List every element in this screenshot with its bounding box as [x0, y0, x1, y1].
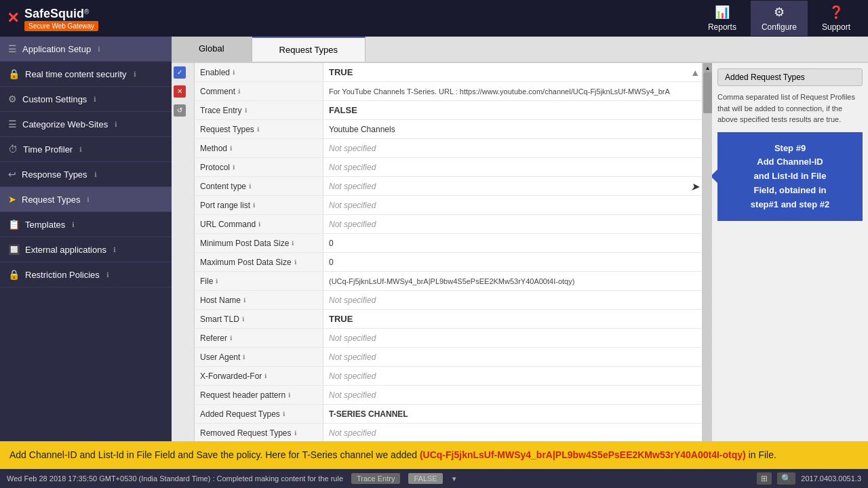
form-row-trace: ↺ Trace Entry ℹ FALSE: [172, 101, 702, 120]
trace-entry-value: FALSE: [408, 473, 442, 484]
nav-support[interactable]: ❓ Support: [811, 1, 861, 36]
scroll-thumb: [703, 73, 713, 113]
configure-icon: ⚙: [774, 5, 785, 20]
label-comment: Comment ℹ: [195, 82, 323, 100]
sidebar-item-app-setup[interactable]: ☰ Application Setup ℹ: [0, 37, 172, 62]
value-removed-req: Not specified: [323, 424, 702, 442]
version-text: 2017.0403.0051.3: [801, 474, 861, 483]
label-referer: Referer ℹ: [195, 329, 323, 347]
form-row-request-types: Request Types ℹ Youtube Channels: [172, 120, 702, 139]
header-nav: 📊 Reports ⚙ Configure ❓ Support: [697, 1, 861, 36]
realtime-icon: 🔒: [8, 68, 20, 79]
sidebar-item-templates[interactable]: 📋 Templates ℹ: [0, 212, 172, 237]
form-controls-content-type: [172, 177, 195, 195]
sidebar-item-custom-settings[interactable]: ⚙ Custom Settings ℹ: [0, 87, 172, 112]
form-row-min-post: Minimum Post Data Size ℹ 0: [172, 234, 702, 253]
info-hostname: ℹ: [243, 297, 245, 304]
form-row-max-post: Maximum Post Data Size ℹ 0: [172, 253, 702, 272]
form-row-method: Method ℹ Not specified: [172, 139, 702, 158]
value-x-forwarded: Not specified: [323, 367, 702, 385]
scroll-up-btn[interactable]: ▲: [690, 67, 700, 78]
sidebar-item-response-label: Response Types: [22, 169, 87, 180]
form-controls-comment: ✕: [172, 82, 195, 100]
form-row-added-req: Added Request Types ℹ T-SERIES CHANNEL: [172, 405, 702, 424]
support-icon: ❓: [829, 5, 844, 20]
label-url-command: URL Command ℹ: [195, 215, 323, 233]
time-info: ℹ: [79, 146, 82, 153]
info-smart-tld: ℹ: [242, 316, 244, 323]
restriction-info: ℹ: [106, 271, 109, 279]
value-enabled: TRUE: [323, 63, 688, 81]
step-line2: and List-Id in File: [754, 171, 827, 181]
form-controls-enabled: ✓: [172, 63, 195, 81]
sidebar-item-response-types[interactable]: ↩ Response Types ℹ: [0, 162, 172, 187]
info-removed-req: ℹ: [294, 430, 296, 436]
main-layout: ☰ Application Setup ℹ 🔒 Real time conten…: [0, 37, 868, 469]
form-controls-method: [172, 139, 195, 157]
label-file: File ℹ: [195, 272, 323, 290]
ctrl-enabled-check[interactable]: ✓: [174, 66, 186, 79]
sidebar-item-time-profiler[interactable]: ⏱ Time Profiler ℹ: [0, 137, 172, 162]
form-row-smart-tld: Smart TLD ℹ TRUE: [172, 310, 702, 329]
sidebar-item-request-types[interactable]: ➤ Request Types ℹ: [0, 187, 172, 212]
ctrl-comment-x[interactable]: ✕: [174, 85, 186, 98]
form-row-enabled: ✓ Enabled ℹ TRUE ▲: [172, 63, 702, 82]
info-x-forwarded: ℹ: [264, 373, 267, 380]
categorize-info: ℹ: [115, 121, 117, 128]
external-info: ℹ: [113, 246, 116, 253]
tab-global[interactable]: Global: [172, 37, 252, 62]
info-enabled: ℹ: [233, 69, 235, 76]
sidebar-item-external[interactable]: 🔲 External applications ℹ: [0, 237, 172, 262]
info-url-command: ℹ: [258, 221, 260, 228]
value-request-types: Youtube Channels: [323, 120, 702, 138]
app-setup-info: ℹ: [98, 45, 100, 53]
trace-entry-label: Trace Entry: [351, 473, 400, 484]
sidebar-item-request-label: Request Types: [22, 195, 80, 205]
value-smart-tld: TRUE: [323, 310, 702, 328]
sidebar-item-restriction-label: Restriction Policies: [25, 270, 100, 280]
form-container: ✓ Enabled ℹ TRUE ▲ ✕: [172, 63, 868, 469]
logo: ✕ SafeSquid® Secure Web Gateway: [7, 7, 98, 30]
restriction-icon: 🔒: [8, 269, 20, 280]
sidebar-item-realtime[interactable]: 🔒 Real time content security ℹ: [0, 62, 172, 87]
nav-reports[interactable]: 📊 Reports: [697, 1, 747, 36]
info-min-post: ℹ: [292, 240, 294, 247]
added-request-types-button[interactable]: Added Request Types: [717, 68, 863, 86]
banner-highlight: (UCq-Fj5jknLsUf-MWSy4_brA|PL9bw4S5ePsEE2…: [420, 449, 746, 460]
ctrl-trace-reset[interactable]: ↺: [174, 104, 186, 117]
nav-configure[interactable]: ⚙ Configure: [751, 1, 808, 36]
tabs: Global Request Types: [172, 37, 868, 63]
categorize-icon: ☰: [8, 119, 17, 129]
custom-icon: ⚙: [8, 94, 17, 104]
scroll-indicator: ▼: [451, 475, 458, 483]
logo-registered: ®: [84, 8, 89, 16]
info-content-type: ℹ: [249, 183, 251, 190]
nav-configure-label: Configure: [762, 22, 797, 32]
scroll-track: [703, 73, 713, 460]
label-min-post: Minimum Post Data Size ℹ: [195, 234, 323, 252]
label-method: Method ℹ: [195, 139, 323, 157]
tab-request-types[interactable]: Request Types: [252, 37, 366, 62]
info-trace: ℹ: [245, 107, 247, 114]
right-panel-description: Comma separated list of Request Profiles…: [717, 92, 863, 125]
form-controls-url-command: [172, 215, 195, 233]
grid-icon[interactable]: ⊞: [757, 472, 772, 485]
sidebar-item-restriction[interactable]: 🔒 Restriction Policies ℹ: [0, 262, 172, 287]
response-icon: ↩: [8, 169, 16, 180]
content-area: Global Request Types ✓ Enabled ℹ: [172, 37, 868, 469]
form-controls-user-agent: [172, 348, 195, 366]
scroll-up-btn[interactable]: ▲: [703, 63, 713, 73]
form-row-req-header: Request header pattern ℹ Not specified: [172, 386, 702, 405]
right-panel: Added Request Types Comma separated list…: [712, 63, 868, 469]
sidebar-item-external-label: External applications: [25, 245, 106, 255]
request-info: ℹ: [87, 196, 90, 203]
sidebar-item-categorize[interactable]: ☰ Categorize Web-Sites ℹ: [0, 112, 172, 137]
search-icon[interactable]: 🔍: [777, 472, 795, 485]
form-row-comment: ✕ Comment ℹ For YouTube Channels T-Serie…: [172, 82, 702, 101]
realtime-info: ℹ: [134, 70, 136, 78]
value-user-agent: Not specified: [323, 348, 702, 366]
logo-subtitle: Secure Web Gateway: [24, 21, 98, 31]
value-trace: FALSE: [323, 101, 702, 119]
logo-brand: SafeSquid: [24, 7, 84, 20]
custom-info: ℹ: [94, 96, 96, 103]
